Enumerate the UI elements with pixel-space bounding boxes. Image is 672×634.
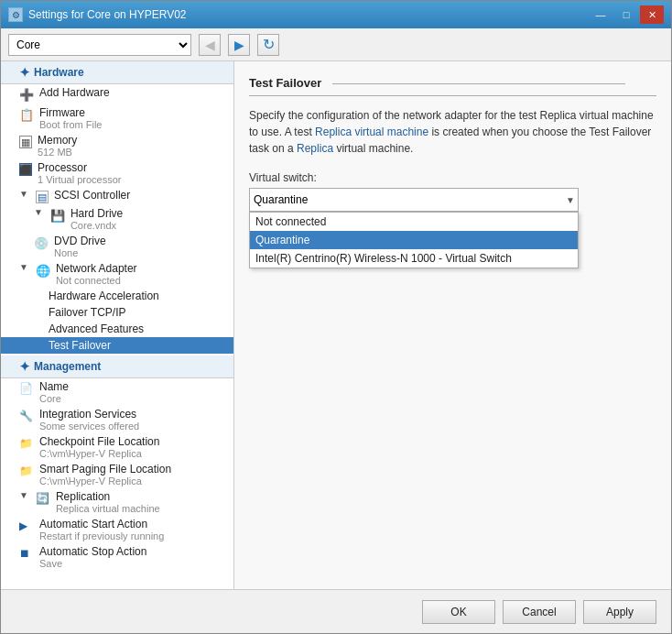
network-icon: 🌐 xyxy=(36,264,50,279)
panel-description: Specify the configuration of the network… xyxy=(249,107,656,157)
sidebar-item-memory[interactable]: ▦ Memory 512 MB xyxy=(1,132,233,159)
management-section-label: Management xyxy=(34,360,101,373)
virtual-switch-dropdown-container: Not connected Quarantine Intel(R) Centri… xyxy=(249,188,579,212)
sidebar-item-dvd-drive[interactable]: 💿 DVD Drive None xyxy=(1,233,233,260)
cancel-button[interactable]: Cancel xyxy=(503,600,576,624)
window-title: Settings for Core on HYPERV02 xyxy=(28,8,187,21)
replication-expand-icon: ▼ xyxy=(19,490,28,500)
panel-title: Test Failover xyxy=(249,76,656,96)
virtual-switch-label: Virtual switch: xyxy=(249,171,656,184)
network-expand-icon: ▼ xyxy=(19,262,28,272)
sidebar-item-test-failover[interactable]: Test Failover xyxy=(1,337,233,354)
sidebar-item-hardware-acceleration[interactable]: Hardware Acceleration xyxy=(1,288,233,304)
hard-expand-icon: ▼ xyxy=(34,207,43,217)
main-panel: Test Failover Specify the configuration … xyxy=(234,61,671,589)
name-icon: 📄 xyxy=(19,382,34,397)
add-hardware-icon: ➕ xyxy=(19,88,34,103)
dropdown-option-not-connected[interactable]: Not connected xyxy=(250,213,578,231)
sidebar-item-replication[interactable]: ▼ 🔄 Replication Replica virtual machine xyxy=(1,488,233,516)
scsi-icon: ▤ xyxy=(36,191,49,203)
sidebar-item-scsi-controller[interactable]: ▼ ▤ SCSI Controller xyxy=(1,187,233,205)
sidebar-item-name[interactable]: 📄 Name Core xyxy=(1,378,233,406)
processor-icon: ⬛ xyxy=(19,163,32,176)
nav-refresh-button[interactable]: ↻ xyxy=(257,34,279,56)
sidebar-item-network-adapter[interactable]: ▼ 🌐 Network Adapter Not connected xyxy=(1,260,233,288)
title-bar: ⚙ Settings for Core on HYPERV02 — □ ✕ xyxy=(1,1,671,28)
sidebar-item-processor[interactable]: ⬛ Processor 1 Virtual processor xyxy=(1,159,233,187)
firmware-icon: 📋 xyxy=(19,108,34,123)
content-area: ✦ Hardware ➕ Add Hardware 📋 Firmware Boo… xyxy=(1,61,671,589)
sidebar-item-hard-drive[interactable]: ▼ 💾 Hard Drive Core.vndx xyxy=(1,205,233,233)
ok-button[interactable]: OK xyxy=(422,600,495,624)
memory-icon: ▦ xyxy=(19,136,32,148)
maximize-button[interactable]: □ xyxy=(614,5,638,24)
sidebar-item-add-hardware[interactable]: ➕ Add Hardware xyxy=(1,84,233,104)
toolbar: Core ◀ ▶ ↻ xyxy=(1,28,671,61)
checkpoint-icon: 📁 xyxy=(19,437,34,452)
footer: OK Cancel Apply xyxy=(1,589,671,633)
dvd-icon: 💿 xyxy=(34,236,49,251)
virtual-switch-select[interactable]: Not connected Quarantine Intel(R) Centri… xyxy=(249,188,579,212)
replica-link[interactable]: Replica virtual machine xyxy=(315,126,428,138)
apply-button[interactable]: Apply xyxy=(583,600,656,624)
close-button[interactable]: ✕ xyxy=(640,5,664,24)
hardware-section-label: Hardware xyxy=(34,66,84,79)
integration-icon: 🔧 xyxy=(19,410,34,424)
settings-window: ⚙ Settings for Core on HYPERV02 — □ ✕ Co… xyxy=(0,0,672,634)
sidebar-item-auto-stop[interactable]: ⏹ Automatic Stop Action Save xyxy=(1,543,233,571)
auto-start-icon: ▶ xyxy=(19,519,34,534)
smart-paging-icon: 📁 xyxy=(19,465,34,479)
dropdown-option-intel-wireless[interactable]: Intel(R) Centrino(R) Wireless-N 1000 - V… xyxy=(250,249,578,268)
auto-stop-icon: ⏹ xyxy=(19,547,34,562)
sidebar: ✦ Hardware ➕ Add Hardware 📋 Firmware Boo… xyxy=(1,61,234,589)
sidebar-item-firmware[interactable]: 📋 Firmware Boot from File xyxy=(1,104,233,132)
management-section-header: ✦ Management xyxy=(1,355,233,378)
window-icon: ⚙ xyxy=(8,7,23,22)
dropdown-option-quarantine[interactable]: Quarantine xyxy=(250,231,578,249)
sidebar-item-checkpoint-file[interactable]: 📁 Checkpoint File Location C:\vm\Hyper-V… xyxy=(1,433,233,461)
sidebar-item-integration-services[interactable]: 🔧 Integration Services Some services off… xyxy=(1,406,233,433)
sidebar-item-advanced-features[interactable]: Advanced Features xyxy=(1,321,233,337)
management-section-icon: ✦ xyxy=(19,359,30,374)
sidebar-item-auto-start[interactable]: ▶ Automatic Start Action Restart if prev… xyxy=(1,516,233,543)
sidebar-item-smart-paging[interactable]: 📁 Smart Paging File Location C:\vm\Hyper… xyxy=(1,461,233,488)
replica-link2[interactable]: Replica xyxy=(297,142,333,155)
nav-forward-button[interactable]: ▶ xyxy=(228,34,250,56)
nav-back-button[interactable]: ◀ xyxy=(199,34,221,56)
minimize-button[interactable]: — xyxy=(589,5,612,24)
hard-drive-icon: 💾 xyxy=(50,209,65,224)
sidebar-item-failover-tcp[interactable]: Failover TCP/IP xyxy=(1,304,233,321)
vm-select[interactable]: Core xyxy=(8,34,191,56)
hardware-section-header: ✦ Hardware xyxy=(1,61,233,84)
scsi-expand-icon: ▼ xyxy=(19,189,28,199)
hardware-section-icon: ✦ xyxy=(19,65,30,80)
replication-icon: 🔄 xyxy=(36,492,50,507)
dropdown-list: Not connected Quarantine Intel(R) Centri… xyxy=(249,212,579,268)
